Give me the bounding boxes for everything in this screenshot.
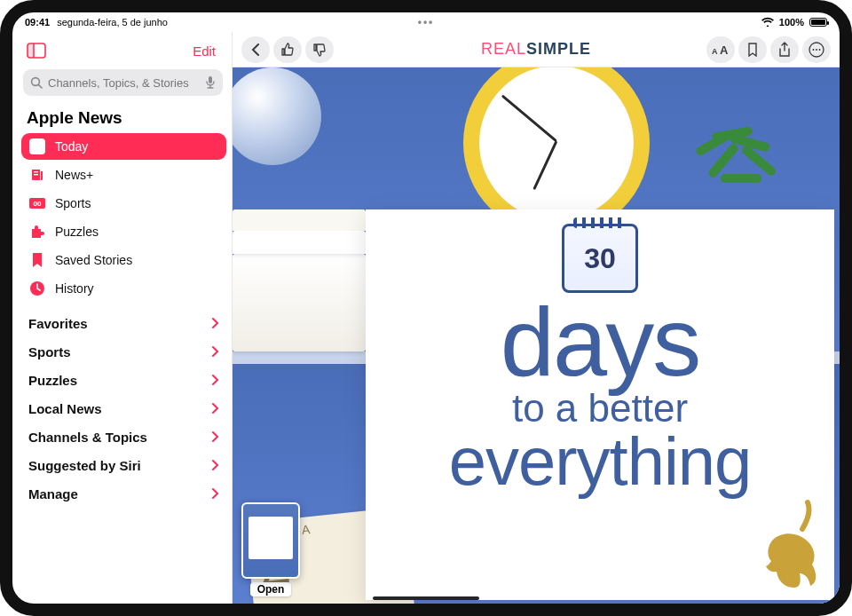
brand-part-a: REAL: [481, 40, 526, 58]
share-icon: [778, 42, 791, 58]
puzzle-icon: [28, 223, 46, 241]
share-button[interactable]: [770, 36, 799, 63]
category-channels-topics[interactable]: Channels & Topics: [21, 423, 226, 451]
headline-line-3: everything: [449, 428, 752, 495]
sidebar-item-label: News+: [55, 168, 93, 182]
sidebar-icon: [27, 43, 46, 59]
category-label: Channels & Topics: [28, 430, 147, 445]
toggle-sidebar-button[interactable]: [23, 39, 50, 62]
chevron-right-icon: [212, 430, 219, 445]
ipad-frame: 09:41 segunda-feira, 5 de junho ••• 100%: [0, 0, 852, 616]
sidebar-item-sports[interactable]: 00 Sports: [21, 190, 226, 217]
svg-rect-1: [28, 43, 34, 58]
search-input[interactable]: [48, 76, 200, 90]
sidebar-item-today[interactable]: Today: [21, 133, 226, 160]
svg-text:00: 00: [34, 200, 42, 208]
search-field[interactable]: [23, 69, 223, 96]
status-time: 09:41: [25, 17, 50, 28]
like-button[interactable]: [273, 36, 302, 63]
edit-button[interactable]: Edit: [193, 43, 221, 59]
category-label: Manage: [28, 486, 78, 501]
sidebar-nav: Today News+ 00 Sports: [21, 133, 226, 302]
battery-icon: [809, 18, 827, 27]
apple-news-icon: [28, 138, 46, 155]
sidebar-item-saved[interactable]: Saved Stories: [21, 247, 226, 273]
category-puzzles[interactable]: Puzzles: [21, 366, 226, 394]
category-favorites[interactable]: Favorites: [21, 309, 226, 337]
sidebar-categories: Favorites Sports Puzzles Local News: [21, 309, 226, 508]
section-title: Apple News: [21, 105, 226, 133]
svg-point-17: [819, 49, 821, 51]
category-siri[interactable]: Suggested by Siri: [21, 451, 226, 479]
battery-percent: 100%: [779, 17, 804, 28]
svg-rect-8: [34, 174, 38, 175]
svg-rect-5: [209, 76, 212, 83]
sidebar-item-label: History: [55, 281, 94, 296]
issue-thumbnail[interactable]: Open: [236, 502, 305, 596]
svg-rect-7: [34, 171, 38, 172]
chevron-right-icon: [212, 486, 219, 501]
back-button[interactable]: [241, 36, 270, 63]
category-label: Local News: [28, 401, 102, 416]
chevron-left-icon: [251, 43, 260, 56]
svg-point-16: [816, 49, 817, 51]
sidebar-item-label: Today: [55, 139, 88, 154]
headline-line-2: to a better: [449, 389, 752, 428]
category-label: Favorites: [28, 316, 88, 331]
search-icon: [30, 76, 43, 89]
sidebar-item-news-plus[interactable]: News+: [21, 162, 226, 188]
magazine-thumb-icon: [241, 502, 300, 579]
bookmark-icon: [747, 43, 758, 57]
book-stack-prop: [233, 254, 366, 351]
content-area: REALSIMPLE AA: [233, 32, 840, 604]
category-sports[interactable]: Sports: [21, 337, 226, 366]
dislike-button[interactable]: [305, 36, 334, 63]
thumbs-up-icon: [280, 43, 295, 57]
cover-headline: days to a better everything: [449, 293, 752, 495]
brand-part-b: SIMPLE: [526, 40, 591, 58]
svg-line-4: [39, 85, 42, 88]
sidebar: Edit Apple News: [12, 32, 233, 604]
chevron-right-icon: [212, 373, 219, 388]
text-size-button[interactable]: AA: [706, 36, 735, 63]
category-label: Suggested by Siri: [28, 458, 141, 473]
svg-point-15: [813, 49, 815, 51]
category-label: Puzzles: [28, 373, 77, 388]
newspaper-icon: [28, 166, 46, 184]
sidebar-item-label: Puzzles: [55, 225, 99, 239]
sidebar-item-label: Sports: [55, 196, 91, 210]
thumbs-down-icon: [312, 43, 327, 57]
category-label: Sports: [28, 344, 71, 359]
scoreboard-icon: 00: [28, 194, 46, 212]
text-size-icon: AA: [712, 43, 730, 56]
category-local-news[interactable]: Local News: [21, 394, 226, 423]
bookmark-icon: [28, 251, 46, 269]
flip-calendar-badge: 30: [562, 224, 638, 293]
svg-text:A: A: [712, 47, 718, 56]
more-button[interactable]: [802, 36, 831, 63]
status-bar: 09:41 segunda-feira, 5 de junho ••• 100%: [12, 12, 840, 32]
sidebar-item-history[interactable]: History: [21, 275, 226, 302]
status-date: segunda-feira, 5 de junho: [57, 17, 168, 28]
article-cover[interactable]: JANUA 2 30 days to a better everything: [233, 67, 840, 604]
badge-number: 30: [584, 242, 616, 275]
chevron-right-icon: [212, 344, 219, 359]
bookmark-button[interactable]: [738, 36, 767, 63]
content-toolbar: REALSIMPLE AA: [233, 32, 840, 67]
sidebar-item-puzzles[interactable]: Puzzles: [21, 218, 226, 245]
chevron-right-icon: [212, 316, 219, 331]
open-issue-button[interactable]: Open: [250, 582, 292, 596]
dictation-icon[interactable]: [205, 75, 216, 90]
elephant-figurine-prop: [746, 490, 825, 596]
history-icon: [28, 280, 46, 297]
chevron-right-icon: [212, 458, 219, 473]
sidebar-item-label: Saved Stories: [55, 253, 132, 267]
home-indicator[interactable]: [373, 596, 479, 600]
wifi-icon: [761, 17, 774, 28]
publication-logo[interactable]: REALSIMPLE: [481, 40, 591, 59]
category-manage[interactable]: Manage: [21, 479, 226, 508]
chevron-right-icon: [212, 401, 219, 416]
headline-line-1: days: [449, 293, 752, 391]
multitask-dots[interactable]: •••: [418, 16, 435, 28]
svg-text:A: A: [720, 43, 729, 56]
